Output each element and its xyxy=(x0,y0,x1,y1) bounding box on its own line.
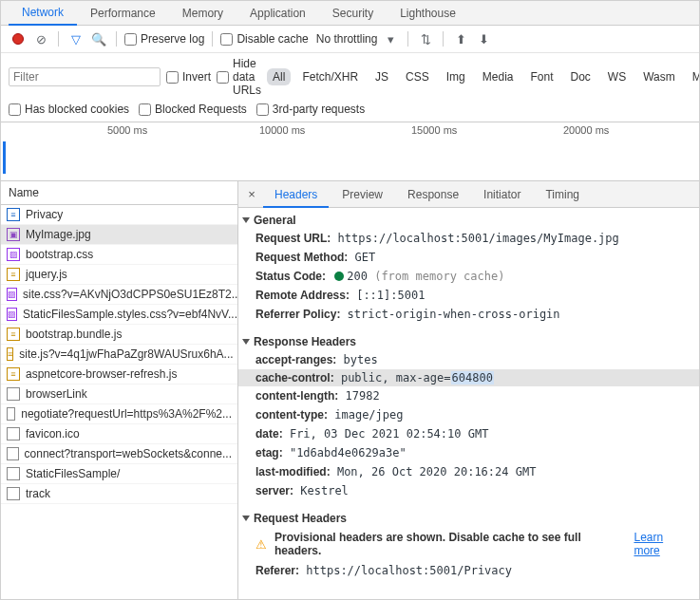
filter-bar: Invert Hide data URLs All Fetch/XHR JS C… xyxy=(1,53,699,101)
section-request-headers[interactable]: Request Headers xyxy=(238,506,699,527)
type-filter-media[interactable]: Media xyxy=(477,68,520,85)
img-file-icon: ▣ xyxy=(7,228,20,241)
request-row[interactable]: ≡aspnetcore-browser-refresh.js xyxy=(1,365,237,384)
tab-memory[interactable]: Memory xyxy=(169,1,236,25)
import-har-icon[interactable]: ⬆ xyxy=(451,29,470,48)
throttling-caret-icon[interactable]: ▾ xyxy=(381,29,400,48)
response-header-row: content-length: 17982 xyxy=(238,386,699,405)
type-filter-fetch-xhr[interactable]: Fetch/XHR xyxy=(296,68,364,85)
tab-performance[interactable]: Performance xyxy=(77,1,169,25)
hide-data-urls-label: Hide data URLs xyxy=(233,57,261,97)
section-general[interactable]: General xyxy=(238,208,699,229)
detail-tab-initiator[interactable]: Initiator xyxy=(472,182,532,206)
type-filter-css[interactable]: CSS xyxy=(400,68,435,85)
request-row[interactable]: negotiate?requestUrl=https%3A%2F%2... xyxy=(1,404,237,424)
request-row[interactable]: ≡Privacy xyxy=(1,205,237,225)
type-filter-ws[interactable]: WS xyxy=(602,68,632,85)
general-referrer-policy: Referrer Policy: strict-origin-when-cros… xyxy=(238,305,699,324)
js-file-icon: ≡ xyxy=(7,268,20,281)
request-name: MyImage.jpg xyxy=(26,228,91,241)
response-header-key: server: xyxy=(255,484,293,497)
request-row[interactable]: ≡site.js?v=4q1jwFhaPaZgr8WAUSrux6hA... xyxy=(1,345,237,365)
request-name: negotiate?requestUrl=https%3A%2F%2... xyxy=(21,407,232,421)
filter-input[interactable] xyxy=(9,67,161,86)
detail-tab-headers[interactable]: Headers xyxy=(263,182,329,208)
js-file-icon: ≡ xyxy=(7,347,13,361)
third-party-label: 3rd-party requests xyxy=(273,103,365,116)
xhr-file-icon xyxy=(7,447,19,460)
hide-data-urls-checkbox[interactable]: Hide data URLs xyxy=(217,57,261,97)
invert-label: Invert xyxy=(182,70,211,84)
disable-cache-checkbox[interactable]: Disable cache xyxy=(220,32,308,46)
section-general-title: General xyxy=(254,214,296,227)
type-filter-font[interactable]: Font xyxy=(524,68,558,85)
timeline-activity-marker xyxy=(3,141,6,174)
close-details-icon[interactable]: × xyxy=(242,187,261,201)
export-har-icon[interactable]: ⬇ xyxy=(474,29,493,48)
filter-icon[interactable]: ▽ xyxy=(66,29,85,48)
disclosure-triangle-icon xyxy=(242,339,250,345)
timeline-tick: 20000 ms xyxy=(563,124,609,136)
request-row[interactable]: ▨StaticFilesSample.styles.css?v=ebf4NvV.… xyxy=(1,305,237,325)
disclosure-triangle-icon xyxy=(242,217,250,223)
network-conditions-icon[interactable]: ⇅ xyxy=(416,29,435,48)
devtools-tabs: Network Performance Memory Application S… xyxy=(1,1,699,26)
type-filter-all[interactable]: All xyxy=(267,68,291,85)
request-name: site.css?v=AKvNjO3dCPPS0eSU1Ez8T2... xyxy=(23,288,237,301)
detail-tab-response[interactable]: Response xyxy=(396,182,470,206)
css-file-icon: ▨ xyxy=(7,248,20,261)
response-header-value: public, max-age= xyxy=(341,371,451,384)
tab-application[interactable]: Application xyxy=(236,1,319,25)
xhr-file-icon xyxy=(7,407,15,421)
has-blocked-cookies-checkbox[interactable]: Has blocked cookies xyxy=(9,103,129,116)
learn-more-link[interactable]: Learn more xyxy=(634,531,691,557)
request-row[interactable]: track xyxy=(1,484,237,504)
tab-security[interactable]: Security xyxy=(319,1,387,25)
secondary-filter-bar: Has blocked cookies Blocked Requests 3rd… xyxy=(1,101,699,122)
css-file-icon: ▨ xyxy=(7,308,17,321)
throttling-select[interactable]: No throttling xyxy=(316,32,378,46)
xhr-file-icon xyxy=(7,487,20,500)
disable-cache-label: Disable cache xyxy=(236,32,308,46)
request-row[interactable]: ≡jquery.js xyxy=(1,265,237,285)
request-row[interactable]: browserLink xyxy=(1,384,237,404)
type-filter-js[interactable]: JS xyxy=(369,68,394,85)
preserve-log-checkbox[interactable]: Preserve log xyxy=(124,32,204,46)
request-row[interactable]: ≡bootstrap.bundle.js xyxy=(1,325,237,345)
request-name: aspnetcore-browser-refresh.js xyxy=(26,367,177,381)
blocked-requests-checkbox[interactable]: Blocked Requests xyxy=(139,103,247,116)
type-filter-img[interactable]: Img xyxy=(441,68,471,85)
request-row[interactable]: connect?transport=webSockets&conne... xyxy=(1,444,237,464)
has-blocked-cookies-label: Has blocked cookies xyxy=(25,103,129,116)
detail-tab-preview[interactable]: Preview xyxy=(331,182,394,206)
tab-network[interactable]: Network xyxy=(9,0,77,26)
clear-icon[interactable]: ⊘ xyxy=(31,29,50,48)
type-filter-wasm[interactable]: Wasm xyxy=(637,68,681,85)
search-icon[interactable]: 🔍 xyxy=(89,29,108,48)
section-request-title: Request Headers xyxy=(254,512,347,525)
request-row[interactable]: ▣MyImage.jpg xyxy=(1,225,237,245)
tab-lighthouse[interactable]: Lighthouse xyxy=(387,1,469,25)
response-header-value: image/jpeg xyxy=(334,408,403,422)
timeline-overview[interactable]: 5000 ms 10000 ms 15000 ms 20000 ms xyxy=(1,122,699,181)
type-filter-doc[interactable]: Doc xyxy=(564,68,596,85)
request-name: track xyxy=(26,487,50,500)
invert-checkbox[interactable]: Invert xyxy=(166,70,211,84)
general-request-method: Request Method: GET xyxy=(238,248,699,267)
separator xyxy=(58,31,59,47)
detail-tab-timing[interactable]: Timing xyxy=(534,182,591,206)
status-dot-icon xyxy=(334,272,344,281)
general-request-url: Request URL: https://localhost:5001/imag… xyxy=(238,229,699,248)
preserve-log-label: Preserve log xyxy=(141,32,204,46)
request-row[interactable]: ▨site.css?v=AKvNjO3dCPPS0eSU1Ez8T2... xyxy=(1,285,237,305)
request-row[interactable]: ▨bootstrap.css xyxy=(1,245,237,265)
third-party-checkbox[interactable]: 3rd-party requests xyxy=(256,103,365,116)
request-row[interactable]: favicon.ico xyxy=(1,424,237,444)
request-row[interactable]: StaticFilesSample/ xyxy=(1,464,237,484)
separator xyxy=(116,31,117,47)
type-filter-manifest[interactable]: Manife xyxy=(687,68,699,85)
response-header-row: server: Kestrel xyxy=(238,481,699,500)
section-response-headers[interactable]: Response Headers xyxy=(238,329,699,350)
column-header-name[interactable]: Name xyxy=(1,181,237,205)
record-button[interactable] xyxy=(12,33,24,45)
